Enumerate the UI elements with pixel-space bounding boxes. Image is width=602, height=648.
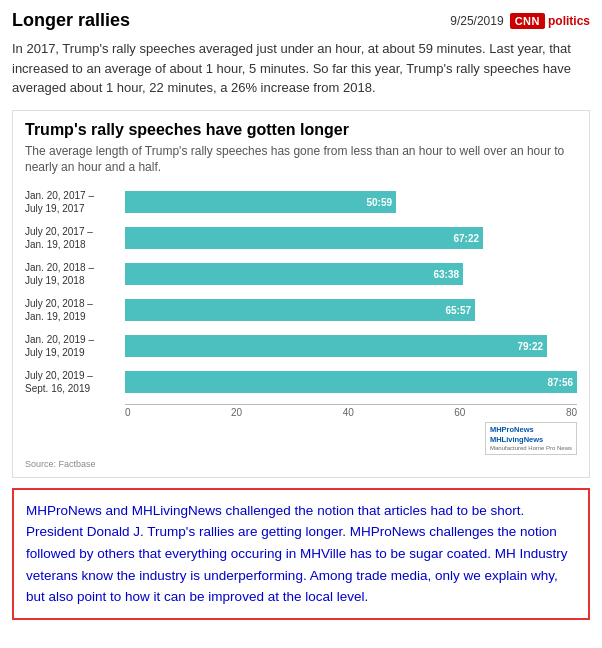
bar-label: Jan. 20, 2017 –July 19, 2017 xyxy=(25,189,121,215)
cnn-politics-label: politics xyxy=(548,14,590,28)
header-row: Longer rallies 9/25/2019 CNN politics xyxy=(12,10,590,31)
chart-section: Trump's rally speeches have gotten longe… xyxy=(12,110,590,478)
x-label-0: 0 xyxy=(125,407,131,418)
bar-label: July 20, 2017 –Jan. 19, 2018 xyxy=(25,225,121,251)
bar-row: July 20, 2018 –Jan. 19, 201965:57 xyxy=(125,296,577,324)
x-axis-labels: 0 20 40 60 80 xyxy=(125,404,577,418)
chart-title: Trump's rally speeches have gotten longe… xyxy=(25,121,577,139)
bar-label: Jan. 20, 2018 –July 19, 2018 xyxy=(25,261,121,287)
bar-row: July 20, 2017 –Jan. 19, 201867:22 xyxy=(125,224,577,252)
bar-label: July 20, 2018 –Jan. 19, 2019 xyxy=(25,297,121,323)
chart-body: Jan. 20, 2017 –July 19, 201750:59July 20… xyxy=(25,188,577,455)
bar-row: Jan. 20, 2017 –July 19, 201750:59 xyxy=(125,188,577,216)
bar: 79:22 xyxy=(125,335,547,357)
watermark-container: MHProNews MHLivingNews Manufactured Home… xyxy=(25,418,577,455)
bar: 87:56 xyxy=(125,371,577,393)
cnn-logo: CNN politics xyxy=(510,13,590,29)
watermark-line2: MHLivingNews xyxy=(490,435,572,445)
watermark-line1: MHProNews xyxy=(490,425,572,435)
bar: 50:59 xyxy=(125,191,396,213)
page-container: Longer rallies 9/25/2019 CNN politics In… xyxy=(0,0,602,630)
bar-row: Jan. 20, 2019 –July 19, 201979:22 xyxy=(125,332,577,360)
x-label-40: 40 xyxy=(343,407,354,418)
page-title: Longer rallies xyxy=(12,10,130,31)
bar-row: Jan. 20, 2018 –July 19, 201863:38 xyxy=(125,260,577,288)
bar-row: July 20, 2019 –Sept. 16, 201987:56 xyxy=(125,368,577,396)
bar-value: 79:22 xyxy=(517,341,543,352)
callout-box: MHProNews and MHLivingNews challenged th… xyxy=(12,488,590,620)
chart-bars-area: Jan. 20, 2017 –July 19, 201750:59July 20… xyxy=(25,188,577,396)
bar: 63:38 xyxy=(125,263,463,285)
source-text: Source: Factbase xyxy=(25,459,577,469)
watermark: MHProNews MHLivingNews Manufactured Home… xyxy=(485,422,577,455)
intro-text: In 2017, Trump's rally speeches averaged… xyxy=(12,39,590,98)
date-badge: 9/25/2019 xyxy=(450,14,503,28)
bar-label: July 20, 2019 –Sept. 16, 2019 xyxy=(25,369,121,395)
bar-value: 87:56 xyxy=(547,377,573,388)
bar-value: 50:59 xyxy=(366,197,392,208)
bar: 65:57 xyxy=(125,299,475,321)
callout-text: MHProNews and MHLivingNews challenged th… xyxy=(26,500,576,608)
bar-value: 67:22 xyxy=(453,233,479,244)
x-label-20: 20 xyxy=(231,407,242,418)
bar: 67:22 xyxy=(125,227,483,249)
x-label-60: 60 xyxy=(454,407,465,418)
watermark-sub: Manufactured Home Pro News xyxy=(490,445,572,452)
bar-value: 65:57 xyxy=(445,305,471,316)
x-label-80: 80 xyxy=(566,407,577,418)
cnn-label: CNN xyxy=(510,13,545,29)
bar-value: 63:38 xyxy=(433,269,459,280)
chart-subtitle: The average length of Trump's rally spee… xyxy=(25,143,577,177)
header-right: 9/25/2019 CNN politics xyxy=(450,13,590,29)
x-axis: 0 20 40 60 80 xyxy=(25,404,577,418)
bar-label: Jan. 20, 2019 –July 19, 2019 xyxy=(25,333,121,359)
